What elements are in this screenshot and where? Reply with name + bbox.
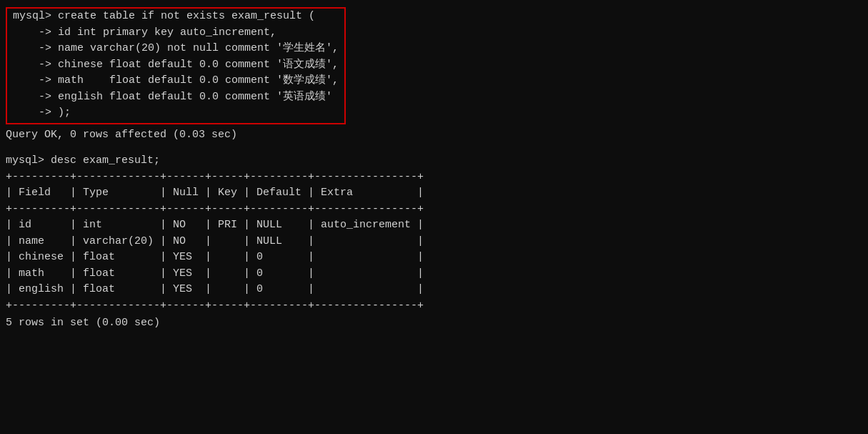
- create-line-3: -> name varchar(20) not null comment '学生…: [13, 41, 339, 57]
- table-row-chinese: | chinese | float | YES | | 0 | |: [6, 250, 862, 266]
- create-table-boxed: mysql> create table if not exists exam_r…: [6, 7, 346, 124]
- table-border-bottom: +---------+-------------+------+-----+--…: [6, 298, 862, 315]
- create-line-7: -> );: [13, 105, 339, 122]
- mysql-prompt-1: mysql>: [13, 9, 58, 25]
- table-row-math: | math | float | YES | | 0 | |: [6, 266, 862, 282]
- arrow-5: ->: [13, 73, 58, 89]
- arrow-6: ->: [13, 89, 58, 106]
- create-content-5: math float default 0.0 comment '数学成绩',: [58, 73, 339, 89]
- table-border-mid: +---------+-------------+------+-----+--…: [6, 202, 862, 218]
- create-content-6: english float default 0.0 comment '英语成绩': [58, 89, 332, 106]
- create-content-7: );: [58, 105, 71, 122]
- arrow-7: ->: [13, 105, 58, 122]
- arrow-4: ->: [13, 57, 58, 74]
- create-content-1: create table if not exists exam_result (: [58, 9, 315, 25]
- desc-content: desc exam_result;: [51, 153, 160, 169]
- create-line-6: -> english float default 0.0 comment '英语…: [13, 89, 339, 106]
- arrow-2: ->: [13, 25, 58, 41]
- terminal: mysql> create table if not exists exam_r…: [6, 7, 862, 332]
- table-row-english: | english | float | YES | | 0 | |: [6, 282, 862, 298]
- create-line-2: -> id int primary key auto_increment,: [13, 25, 339, 41]
- create-line-4: -> chinese float default 0.0 comment '语文…: [13, 57, 339, 74]
- query-ok: Query OK, 0 rows affected (0.03 sec): [6, 127, 862, 144]
- table-row-name: | name | varchar(20) | NO | | NULL | |: [6, 234, 862, 250]
- table-header: | Field | Type | Null | Key | Default | …: [6, 185, 862, 202]
- create-content-3: name varchar(20) not null comment '学生姓名'…: [58, 41, 339, 57]
- table-row-id: | id | int | NO | PRI | NULL | auto_incr…: [6, 217, 862, 234]
- arrow-3: ->: [13, 41, 58, 57]
- create-line-5: -> math float default 0.0 comment '数学成绩'…: [13, 73, 339, 89]
- table-border-top: +---------+-------------+------+-----+--…: [6, 169, 862, 186]
- create-content-4: chinese float default 0.0 comment '语文成绩'…: [58, 57, 339, 74]
- mysql-prompt-desc: mysql>: [6, 153, 51, 169]
- create-line-1: mysql> create table if not exists exam_r…: [13, 9, 339, 25]
- create-content-2: id int primary key auto_increment,: [58, 25, 276, 41]
- desc-command-line: mysql> desc exam_result;: [6, 153, 862, 169]
- create-table-block: mysql> create table if not exists exam_r…: [6, 7, 862, 124]
- rows-result: 5 rows in set (0.00 sec): [6, 315, 862, 332]
